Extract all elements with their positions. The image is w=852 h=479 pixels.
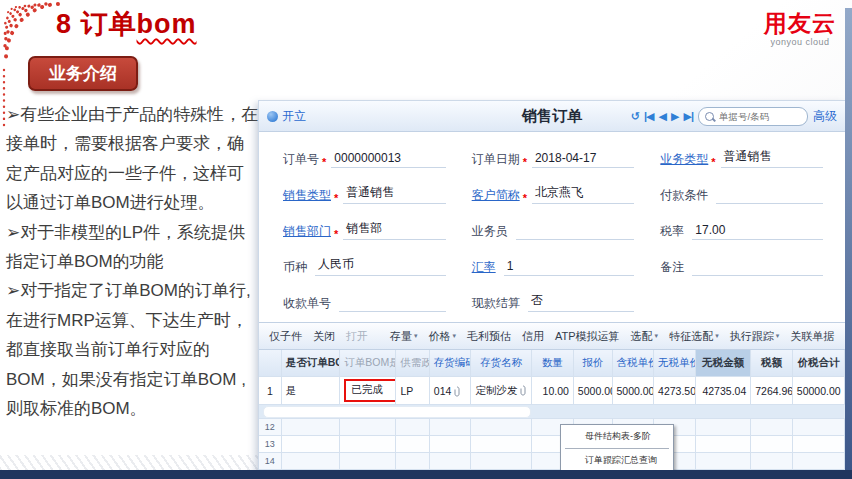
payment-terms-value[interactable]	[716, 187, 823, 204]
last-record-icon[interactable]: ▶|	[683, 110, 693, 123]
order-header-form: 订单号* 0000000013 订单日期* 2018-04-17 业务类型* 普…	[259, 132, 845, 322]
attachment-icon[interactable]	[454, 386, 460, 397]
first-record-icon[interactable]: |◀	[644, 110, 654, 123]
field-sales-dept: 销售部门* 销售部	[283, 220, 446, 240]
col-quantity[interactable]: 数量	[532, 350, 574, 377]
notax-amount-cell[interactable]: 42735.04	[695, 377, 751, 405]
row-number-cell: 13	[259, 436, 281, 453]
advanced-search-link[interactable]: 高级	[813, 108, 837, 125]
toolbar-price-button[interactable]: 价格▾	[429, 329, 457, 344]
detail-toolbar: 仅子件 关闭 打开 存量▾ 价格▾ 毛利预估 信用 ATP模拟运算 选配▾ 特征…	[259, 322, 845, 350]
sales-dept-label-link[interactable]: 销售部门	[283, 223, 331, 240]
col-notax-amount[interactable]: 无税金额	[695, 350, 751, 377]
col-tax-price[interactable]: 含税单价	[612, 350, 654, 377]
toolbar-open-button[interactable]: 打开	[346, 329, 368, 344]
document-search-box[interactable]	[698, 107, 808, 126]
toolbar-credit-button[interactable]: 信用	[522, 329, 544, 344]
order-no-value[interactable]: 0000000013	[331, 151, 445, 168]
field-label: 业务员	[472, 223, 508, 240]
open-action-button[interactable]: 开立	[267, 108, 306, 125]
col-tax-amount[interactable]: 税额	[751, 350, 793, 377]
toolbar-feature-config-button[interactable]: 特征选配▾	[669, 329, 719, 344]
menu-item-parent-structure[interactable]: 母件结构表-多阶	[561, 427, 673, 446]
refresh-icon[interactable]: ↺	[631, 110, 639, 123]
field-business-type: 业务类型* 普通销售	[660, 148, 823, 168]
order-line-row-1: 1 是 已完成 LP 014 定制沙发 10.00 5000.00 5000.0…	[259, 377, 845, 405]
sales-dept-value[interactable]: 销售部	[343, 220, 445, 240]
field-label: 现款结算	[472, 295, 520, 312]
salesman-value[interactable]	[516, 223, 635, 240]
toolbar-stock-button[interactable]: 存量▾	[390, 329, 418, 344]
tax-rate-value[interactable]: 17.00	[692, 223, 823, 240]
customer-label-link[interactable]: 客户简称	[472, 187, 520, 204]
total-cell[interactable]: 50000.00	[792, 377, 844, 405]
quote-cell[interactable]: 5000.00	[573, 377, 612, 405]
field-label: 备注	[660, 259, 684, 276]
bullet-3: ➢对于指定了订单BOM的订单行,在进行MRP运算、下达生产时，都直接取当前订单行…	[6, 276, 260, 423]
notax-price-cell[interactable]: 4273.50	[654, 377, 696, 405]
field-label: 税率	[660, 223, 684, 240]
sales-order-window: 开立 销售订单 ↺ |◀ ◀ ▶ ▶| 高级 订单号* 0000000013 订…	[258, 100, 846, 472]
currency-value[interactable]: 人民币	[315, 256, 446, 276]
slide-right-border	[845, 8, 852, 479]
field-label: 订单日期	[472, 151, 520, 168]
yonyou-logo: 用友云 yonyou cloud	[764, 12, 836, 47]
field-label: 收款单号	[283, 295, 331, 312]
toolbar-related-docs-button[interactable]: 关联单据	[790, 329, 834, 344]
col-supply-policy[interactable]: 供需政策	[396, 350, 429, 377]
order-bom-status-cell[interactable]: 已完成	[340, 377, 396, 405]
col-item-code[interactable]: 存货编码	[429, 350, 471, 377]
toolbar-exec-track-button[interactable]: 执行跟踪▾	[730, 329, 780, 344]
chevron-down-icon: ▾	[453, 332, 457, 340]
window-titlebar: 开立 销售订单 ↺ |◀ ◀ ▶ ▶| 高级	[259, 101, 845, 132]
field-order-no: 订单号* 0000000013	[283, 148, 446, 168]
chevron-down-icon: ▾	[715, 332, 719, 340]
supply-policy-cell[interactable]: LP	[396, 377, 429, 405]
receipt-no-value[interactable]	[339, 295, 446, 312]
empty-row-14: 14	[259, 453, 845, 470]
attachment-icon[interactable]	[520, 385, 526, 396]
toolbar-close-button[interactable]: 关闭	[313, 329, 335, 344]
next-record-icon[interactable]: ▶	[671, 110, 678, 123]
remark-value[interactable]	[692, 259, 823, 276]
open-action-label: 开立	[282, 108, 306, 125]
col-is-order-bom[interactable]: 是否订单BOM	[281, 350, 340, 377]
empty-row-12: 12	[259, 419, 845, 436]
business-type-value[interactable]: 普通销售	[721, 148, 823, 168]
search-input[interactable]	[717, 110, 801, 123]
toolbar-atp-button[interactable]: ATP模拟运算	[555, 329, 620, 344]
sale-type-value[interactable]: 普通销售	[343, 184, 445, 204]
quantity-cell[interactable]: 10.00	[532, 377, 574, 405]
field-label: 订单号	[283, 151, 319, 168]
field-currency: 币种 人民币	[283, 256, 446, 276]
is-order-bom-cell[interactable]: 是	[281, 377, 340, 405]
chevron-down-icon: ▾	[414, 332, 418, 340]
tax-price-cell[interactable]: 5000.00	[612, 377, 654, 405]
exchange-rate-value[interactable]: 1	[504, 259, 635, 276]
toolbar-configure-button[interactable]: 选配▾	[631, 329, 659, 344]
field-salesman: 业务员	[472, 220, 635, 240]
col-notax-price[interactable]: 无税单价	[654, 350, 696, 377]
prev-record-icon[interactable]: ◀	[659, 110, 666, 123]
business-type-label-link[interactable]: 业务类型	[660, 151, 708, 168]
exchange-rate-label-link[interactable]: 汇率	[472, 259, 496, 276]
row-number-cell: 12	[259, 419, 281, 436]
empty-row-13: 13	[259, 436, 845, 453]
col-total[interactable]: 价税合计	[792, 350, 844, 377]
menu-item-track-summary[interactable]: 订单跟踪汇总查询	[561, 451, 673, 470]
toolbar-gross-profit-button[interactable]: 毛利预估	[467, 329, 511, 344]
tax-amount-cell[interactable]: 7264.96	[751, 377, 793, 405]
sale-type-label-link[interactable]: 销售类型	[283, 187, 331, 204]
bullet-1: ➢有些企业由于产品的特殊性，在接单时，需要根据客户要求，确定产品对应的一些子件，…	[6, 100, 260, 218]
description-text: ➢有些企业由于产品的特殊性，在接单时，需要根据客户要求，确定产品对应的一些子件，…	[6, 100, 260, 423]
col-item-name[interactable]: 存货名称	[471, 350, 532, 377]
item-code-cell[interactable]: 014	[429, 377, 471, 405]
cash-settle-value[interactable]: 否	[528, 292, 635, 312]
customer-value[interactable]: 北京燕飞	[532, 184, 634, 204]
order-date-value[interactable]: 2018-04-17	[532, 151, 634, 168]
toolbar-child-only-button[interactable]: 仅子件	[269, 329, 302, 344]
titlebar-controls: ↺ |◀ ◀ ▶ ▶| 高级	[631, 107, 837, 126]
col-order-bom-status[interactable]: 订单BOM是否...	[340, 350, 396, 377]
item-name-cell[interactable]: 定制沙发	[471, 377, 532, 405]
col-quote[interactable]: 报价	[573, 350, 612, 377]
